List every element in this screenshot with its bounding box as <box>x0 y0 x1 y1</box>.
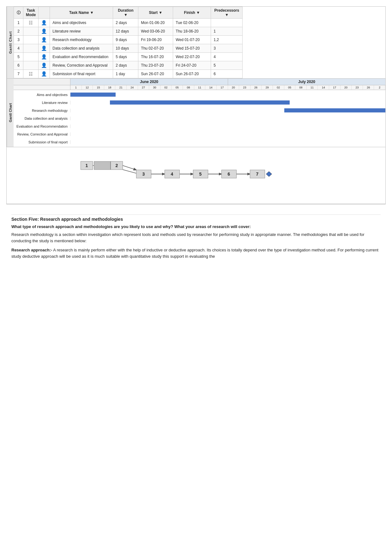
gantt-day: 30 <box>149 85 160 90</box>
node-4-label: 4 <box>171 172 173 177</box>
task-predecessors: 4 <box>211 53 243 61</box>
task-predecessors: 1 <box>211 27 243 36</box>
gantt-day: 08 <box>183 85 194 90</box>
task-type-icon: 👤 <box>39 19 50 27</box>
task-predecessors <box>211 19 243 27</box>
gantt-bar-label: Review, Correction and Approval <box>14 132 70 136</box>
col-header-start[interactable]: Start ▼ <box>138 7 173 19</box>
gantt-day: 02 <box>273 85 284 90</box>
col-header-finish[interactable]: Finish ▼ <box>173 7 211 19</box>
gantt-day: 29 <box>262 85 273 90</box>
col-header-taskmode[interactable]: TaskMode <box>23 7 39 19</box>
gantt-bar-row: Evaluation and Recommendation <box>14 123 385 130</box>
gantt-day: 23 <box>352 85 363 90</box>
gantt-day: 18 <box>104 85 116 90</box>
gantt-bar-label: Submission of final report <box>14 140 70 144</box>
gantt-bar-label: Data collection and analysis <box>14 117 70 120</box>
node-6-label: 6 <box>228 172 230 177</box>
col-header-num[interactable]: ⓘ <box>14 7 23 19</box>
gantt-chart-label: Gantt Chart <box>7 7 14 78</box>
row-num: 4 <box>14 44 23 53</box>
gantt-bar-area <box>70 130 385 138</box>
milestone-7 <box>266 172 272 177</box>
gantt-day: 14 <box>205 85 217 90</box>
gantt-day: 17 <box>329 85 341 90</box>
task-mode-icon <box>23 53 39 61</box>
table-row: 1☷👤Aims and objectives2 daysMon 01-06-20… <box>14 19 243 27</box>
task-predecessors: 1,2 <box>211 36 243 44</box>
gantt-day: 26 <box>250 85 262 90</box>
task-start: Thu 02-07-20 <box>138 44 173 53</box>
task-duration: 5 days <box>113 53 138 61</box>
gantt-bars-area: Aims and objectivesLiterature reviewRese… <box>14 90 385 147</box>
task-name: Literature review <box>50 27 113 36</box>
gantt-bar-area <box>70 115 385 122</box>
gantt-day: 12 <box>82 85 93 90</box>
row-num: 7 <box>14 70 23 78</box>
task-finish: Sun 26-07-20 <box>173 70 211 78</box>
research-approach-label: Research approach:- <box>11 248 52 252</box>
gantt-bar-area <box>70 91 385 99</box>
task-finish: Wed 01-07-20 <box>173 36 211 44</box>
gantt-day: 20 <box>341 85 352 90</box>
gantt-day: 1 <box>70 85 82 90</box>
node-3-label: 3 <box>142 172 145 177</box>
gantt-month-july: July 2020 <box>228 79 385 85</box>
task-mode-icon <box>23 36 39 44</box>
gantt-left-label: Gantt Chart <box>7 79 14 147</box>
gantt-bar-row: Literature review <box>14 99 385 106</box>
gantt-day: 21 <box>115 85 127 90</box>
node-1-right <box>94 161 111 170</box>
task-start: Wed 03-06-20 <box>138 27 173 36</box>
row-num: 5 <box>14 53 23 61</box>
table-row: 3👤Research methodology9 daysFri 19-06-20… <box>14 36 243 44</box>
gantt-day: 05 <box>284 85 296 90</box>
gantt-bar-row: Submission of final report <box>14 138 385 146</box>
gantt-bar-area <box>70 107 385 114</box>
node-7-label: 7 <box>256 172 259 177</box>
task-duration: 2 days <box>113 61 138 70</box>
task-start: Thu 16-07-20 <box>138 53 173 61</box>
task-predecessors: 6 <box>211 70 243 78</box>
task-name: Data collection and analysis <box>50 44 113 53</box>
gantt-day: 11 <box>194 85 206 90</box>
gantt-bar-area <box>70 138 385 146</box>
gantt-bar-row: Data collection and analysis <box>14 115 385 122</box>
task-duration: 10 days <box>113 44 138 53</box>
section-5-para2: Research approach:- A research is mainly… <box>11 247 381 259</box>
gantt-day: 23 <box>239 85 250 90</box>
task-mode-icon: ☷ <box>23 19 39 27</box>
task-name: Research methodology <box>50 36 113 44</box>
task-mode-icon <box>23 44 39 53</box>
task-duration: 12 days <box>113 27 138 36</box>
research-approach-text: A research is mainly perform either with… <box>11 248 378 259</box>
task-type-icon: 👤 <box>39 44 50 53</box>
row-num: 1 <box>14 19 23 27</box>
gantt-bar-label: Evaluation and Recommendation <box>14 124 70 128</box>
gantt-day: 24 <box>127 85 138 90</box>
task-mode-icon <box>23 27 39 36</box>
task-start: Fri 19-06-20 <box>138 36 173 44</box>
col-header-predecessors[interactable]: Predecessors ▼ <box>211 7 243 19</box>
task-name: Review, Correction and Approval <box>50 61 113 70</box>
row-num: 6 <box>14 61 23 70</box>
col-header-duration[interactable]: Duration ▼ <box>113 7 138 19</box>
text-section: Section Five: Research approach and meth… <box>6 211 386 266</box>
task-type-icon: 👤 <box>39 27 50 36</box>
arrow-2-3-v <box>123 166 136 170</box>
gantt-bar-label: Literature review <box>14 101 70 105</box>
node-1-label: 1 <box>86 163 88 168</box>
gantt-month-june: June 2020 <box>70 79 228 85</box>
gantt-day: 14 <box>318 85 329 90</box>
col-header-taskname[interactable]: Task Name ▼ <box>50 7 113 19</box>
section-5-para1: Research methodology is a section within… <box>11 232 381 244</box>
task-start: Sun 26-07-20 <box>138 70 173 78</box>
gantt-bar-area <box>70 99 385 106</box>
gantt-day: 11 <box>307 85 318 90</box>
gantt-bar <box>110 100 290 105</box>
gantt-day: 20 <box>228 85 239 90</box>
gantt-day: 17 <box>217 85 228 90</box>
task-finish: Wed 15-07-20 <box>173 44 211 53</box>
task-duration: 9 days <box>113 36 138 44</box>
task-predecessors: 3 <box>211 44 243 53</box>
